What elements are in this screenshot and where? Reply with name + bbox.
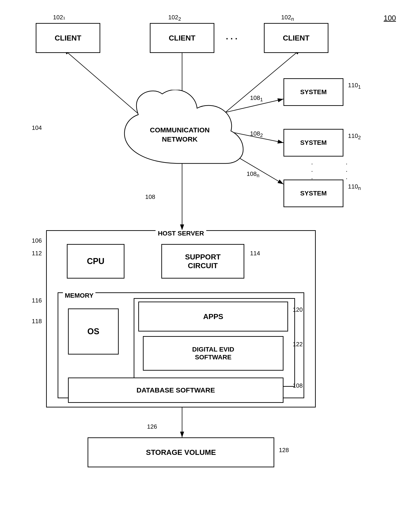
client-3-ref: 102n <box>281 14 294 22</box>
conn-108-main: 108 <box>145 193 155 200</box>
client-dots: · · · <box>226 34 237 44</box>
conn-108-n: 108n <box>247 170 259 179</box>
system-dots: ··· <box>311 160 313 182</box>
system-dots-2: ··· <box>346 160 348 182</box>
database-box: DATABASE SOFTWARE <box>68 378 284 403</box>
memory-ref: 116 <box>32 297 42 304</box>
os-label: OS <box>87 327 99 336</box>
cloud-network: COMMUNICATION NETWORK <box>111 90 249 173</box>
database-label: DATABASE SOFTWARE <box>136 386 215 394</box>
client-3-label: CLIENT <box>283 34 310 42</box>
storage-conn-ref: 126 <box>147 423 157 430</box>
storage-volume-label: STORAGE VOLUME <box>146 448 216 457</box>
system-2-box: SYSTEM <box>284 129 343 157</box>
storage-ref: 128 <box>279 446 289 454</box>
client-1-ref: 102₁ <box>53 14 65 21</box>
host-server-ref: 106 <box>32 237 42 244</box>
cpu-box: CPU <box>67 244 124 279</box>
host-server-label: HOST SERVER <box>156 230 206 237</box>
client-1-box: CLIENT <box>36 23 100 53</box>
system-n-label: SYSTEM <box>300 190 327 197</box>
digital-evid-box: DIGITAL EVID SOFTWARE <box>143 336 284 371</box>
conn-108-1: 1081 <box>250 94 263 103</box>
svg-text:NETWORK: NETWORK <box>162 135 198 143</box>
support-circuit-label: SUPPORT CIRCUIT <box>185 253 221 270</box>
database-ref: 108 <box>293 382 303 389</box>
digital-evid-label: DIGITAL EVID SOFTWARE <box>192 346 234 361</box>
support-circuit-ref: 114 <box>250 250 260 257</box>
svg-text:COMMUNICATION: COMMUNICATION <box>150 126 210 134</box>
system-n-ref: 110n <box>348 183 361 191</box>
client-2-box: CLIENT <box>150 23 214 53</box>
ref-100: 100 <box>384 14 396 22</box>
os-ref: 118 <box>32 318 42 325</box>
apps-ref: 120 <box>293 306 303 313</box>
cpu-label: CPU <box>87 257 105 266</box>
system-1-ref: 1101 <box>348 82 361 90</box>
system-1-label: SYSTEM <box>300 88 327 96</box>
client-2-ref: 1022 <box>168 14 181 22</box>
network-ref: 104 <box>32 124 42 131</box>
client-2-label: CLIENT <box>169 34 196 42</box>
digital-evid-ref: 122 <box>293 341 303 348</box>
apps-label: APPS <box>203 312 223 321</box>
cpu-ref: 112 <box>32 250 42 257</box>
memory-label: MEMORY <box>63 292 95 299</box>
system-1-box: SYSTEM <box>284 78 343 106</box>
client-3-box: CLIENT <box>264 23 328 53</box>
storage-volume-box: STORAGE VOLUME <box>88 437 274 467</box>
diagram: 100 CLIENT 102₁ CLIENT 1022 · · · CLIENT… <box>0 0 419 532</box>
conn-108-2: 1082 <box>250 130 263 138</box>
system-2-label: SYSTEM <box>300 139 327 146</box>
system-n-box: SYSTEM <box>284 180 343 207</box>
apps-box: APPS <box>138 302 288 332</box>
support-circuit-box: SUPPORT CIRCUIT <box>161 244 244 279</box>
os-box: OS <box>68 309 119 355</box>
system-2-ref: 1102 <box>348 132 361 141</box>
client-1-label: CLIENT <box>55 34 81 42</box>
